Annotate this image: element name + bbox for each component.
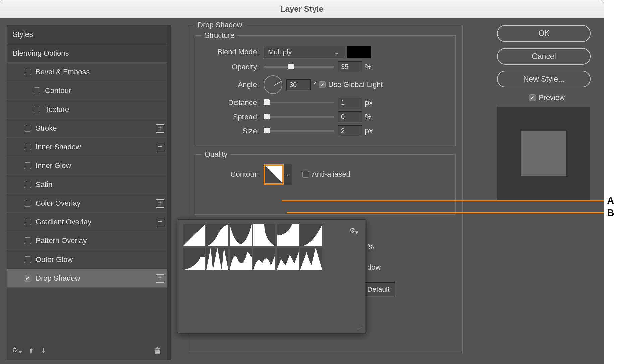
knockout-peek: dow (367, 263, 381, 272)
checkbox-icon[interactable] (24, 69, 31, 75)
contour-preset[interactable] (230, 248, 252, 270)
spread-input[interactable] (338, 111, 362, 122)
callout-line-a (282, 200, 604, 201)
svg-marker-0 (183, 224, 205, 246)
new-style-button[interactable]: New Style... (497, 71, 591, 87)
checkbox-icon[interactable] (34, 87, 40, 94)
fx-menu-icon[interactable]: fx▾ (13, 346, 21, 356)
distance-slider[interactable] (264, 102, 334, 103)
opacity-slider[interactable] (264, 66, 334, 68)
opacity-unit: % (365, 63, 372, 71)
shadow-color-swatch[interactable] (347, 46, 371, 58)
checkbox-icon[interactable] (24, 181, 31, 188)
opacity-input[interactable] (338, 61, 362, 72)
contour-preset[interactable] (206, 224, 228, 246)
size-unit: px (365, 127, 373, 135)
contour-preset[interactable] (253, 224, 275, 246)
checkbox-icon[interactable] (24, 200, 31, 207)
opacity-label: Opacity: (202, 63, 259, 71)
add-effect-icon[interactable]: + (156, 143, 164, 151)
sidebar-styles[interactable]: Styles (7, 25, 171, 44)
callout-a: A (607, 195, 614, 206)
sidebar-gradient-overlay[interactable]: Gradient Overlay+ (7, 213, 171, 231)
sidebar-color-overlay[interactable]: Color Overlay+ (7, 194, 171, 213)
distance-label: Distance: (202, 98, 259, 107)
checkbox-icon[interactable] (24, 125, 31, 132)
add-effect-icon[interactable]: + (156, 274, 164, 283)
callout-line-b (287, 212, 604, 213)
resize-handle-icon[interactable]: ⋰ (357, 323, 363, 331)
add-effect-icon[interactable]: + (156, 218, 164, 226)
callout-b: B (607, 207, 614, 218)
sidebar-bevel-emboss[interactable]: Bevel & Emboss (7, 63, 171, 81)
checkbox-icon[interactable] (24, 237, 31, 244)
blend-mode-select[interactable]: Multiply⌄ (264, 46, 344, 58)
contour-preset[interactable] (183, 248, 205, 270)
contour-thumbnail[interactable] (264, 164, 284, 185)
effects-sidebar: Styles Blending Options Bevel & Emboss C… (7, 25, 171, 360)
angle-label: Angle: (202, 80, 259, 89)
size-label: Size: (202, 127, 259, 135)
checkbox-icon[interactable] (24, 219, 31, 225)
contour-picker-popup: ⚙▾ ⋰ (178, 219, 365, 333)
spread-slider[interactable] (264, 116, 334, 118)
trash-icon[interactable]: 🗑 (154, 346, 162, 355)
size-slider[interactable] (264, 130, 334, 132)
titlebar: Layer Style (0, 0, 604, 18)
sidebar-contour[interactable]: Contour (7, 81, 171, 100)
angle-unit: ° (313, 80, 316, 89)
anti-aliased-checkbox[interactable] (302, 171, 309, 178)
sidebar-outer-glow[interactable]: Outer Glow (7, 250, 171, 269)
move-up-icon[interactable]: ⬆ (28, 347, 34, 355)
add-effect-icon[interactable]: + (156, 124, 164, 133)
sidebar-texture[interactable]: Texture (7, 100, 171, 119)
preview-label: Preview (539, 93, 565, 102)
quality-title: Quality (202, 150, 230, 159)
spread-label: Spread: (202, 113, 259, 121)
contour-preset[interactable] (277, 224, 299, 246)
ok-button[interactable]: OK (497, 25, 591, 42)
angle-input[interactable] (286, 79, 311, 90)
scrollbar[interactable] (167, 25, 171, 360)
distance-input[interactable] (338, 97, 362, 108)
sidebar-blending-options[interactable]: Blending Options (7, 44, 171, 63)
contour-preset[interactable] (300, 224, 322, 246)
global-light-checkbox[interactable] (319, 81, 326, 88)
sidebar-satin[interactable]: Satin (7, 175, 171, 194)
checkbox-icon[interactable] (24, 144, 31, 150)
dialog-actions: OK Cancel New Style... Preview (497, 25, 594, 200)
checkbox-icon[interactable] (24, 162, 31, 169)
preview-checkbox[interactable] (529, 94, 536, 101)
global-light-label: Use Global Light (328, 80, 383, 89)
checkbox-icon[interactable] (24, 256, 31, 263)
cancel-button[interactable]: Cancel (497, 48, 591, 65)
add-effect-icon[interactable]: + (156, 199, 164, 208)
contour-preset[interactable] (206, 248, 228, 270)
sidebar-inner-shadow[interactable]: Inner Shadow+ (7, 138, 171, 156)
chevron-down-icon: ⌄ (334, 48, 340, 56)
sidebar-stroke[interactable]: Stroke+ (7, 119, 171, 138)
angle-dial[interactable] (264, 75, 282, 94)
contour-dropdown-icon[interactable]: ⌄ (284, 164, 292, 185)
contour-preset[interactable] (300, 248, 322, 270)
sidebar-pattern-overlay[interactable]: Pattern Overlay (7, 231, 171, 250)
structure-title: Structure (202, 31, 237, 40)
sidebar-footer: fx▾ ⬆ ⬇ 🗑 (7, 341, 171, 360)
spread-unit: % (365, 113, 372, 121)
sidebar-inner-glow[interactable]: Inner Glow (7, 156, 171, 175)
size-input[interactable] (338, 125, 362, 136)
contour-preset[interactable] (277, 248, 299, 270)
contour-preset[interactable] (183, 224, 205, 246)
contour-preset[interactable] (253, 248, 275, 270)
gear-icon[interactable]: ⚙▾ (349, 226, 358, 236)
move-down-icon[interactable]: ⬇ (41, 347, 46, 355)
noise-unit-peek: % (367, 243, 374, 251)
sidebar-drop-shadow[interactable]: Drop Shadow+ (7, 269, 171, 288)
contour-preset[interactable] (230, 224, 252, 246)
contour-label: Contour: (202, 170, 259, 179)
checkbox-icon[interactable] (34, 106, 40, 113)
reset-default-button[interactable]: Default (361, 282, 395, 296)
window-title: Layer Style (280, 4, 323, 14)
effect-title: Drop Shadow (195, 21, 245, 29)
checkbox-icon[interactable] (24, 275, 31, 282)
